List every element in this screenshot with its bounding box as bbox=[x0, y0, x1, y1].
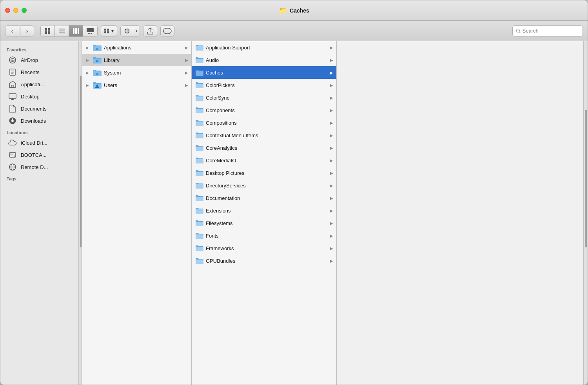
forward-button[interactable]: › bbox=[20, 25, 34, 36]
col-item-fonts[interactable]: Fonts ▶ bbox=[192, 229, 336, 242]
titlebar: 📁 Caches bbox=[0, 0, 588, 21]
tag-button[interactable] bbox=[160, 25, 174, 36]
downloads-icon bbox=[8, 116, 17, 125]
column-view-button[interactable] bbox=[69, 25, 83, 36]
col-item-desktop-pictures[interactable]: Desktop Pictures ▶ bbox=[192, 167, 336, 179]
library-expand-arrow: ▶ bbox=[86, 58, 89, 62]
close-button[interactable] bbox=[5, 8, 10, 13]
desktop-pictures-folder-icon bbox=[196, 170, 203, 176]
right-scrollbar-thumb[interactable] bbox=[585, 110, 587, 247]
desktop-label: Desktop bbox=[21, 94, 40, 100]
svg-rect-13 bbox=[104, 29, 106, 31]
col-item-audio[interactable]: Audio ▶ bbox=[192, 54, 336, 66]
sidebar-item-downloads[interactable]: Downloads bbox=[2, 115, 77, 127]
applications-item-label: Applications bbox=[104, 45, 131, 51]
sidebar-item-bootcamp[interactable]: BOOTCA... bbox=[2, 149, 77, 161]
sidebar-item-applications[interactable]: Applicati... bbox=[2, 78, 77, 90]
sidebar-item-recents[interactable]: Recents bbox=[2, 66, 77, 78]
documents-label: Documents bbox=[21, 106, 47, 112]
col-item-applications[interactable]: ▶ A Applications ▶ bbox=[82, 41, 191, 54]
col-item-colorpickers[interactable]: ColorPickers ▶ bbox=[192, 79, 336, 91]
sidebar-scrollbar-thumb[interactable] bbox=[80, 76, 82, 247]
desktop-pictures-label: Desktop Pictures bbox=[206, 170, 244, 176]
svg-rect-14 bbox=[107, 29, 109, 31]
library-item-label: Library bbox=[104, 57, 120, 63]
finder-window: 📁 Caches ‹ › bbox=[0, 0, 588, 385]
gallery-view-button[interactable] bbox=[83, 25, 97, 36]
group-by-button[interactable]: ▾ bbox=[101, 25, 117, 36]
minimize-button[interactable] bbox=[13, 8, 18, 13]
col-item-library[interactable]: ▶ 🏛 Library ▶ bbox=[82, 54, 191, 66]
favorites-label: Favorites bbox=[0, 44, 78, 54]
system-chevron: ▶ bbox=[185, 71, 188, 75]
sidebar-item-desktop[interactable]: Desktop bbox=[2, 91, 77, 102]
icon-view-button[interactable] bbox=[41, 25, 55, 36]
col-item-compositions[interactable]: Compositions ▶ bbox=[192, 116, 336, 129]
col-item-caches[interactable]: Caches ▶ bbox=[192, 66, 336, 79]
sidebar-item-documents[interactable]: Documents bbox=[2, 103, 77, 114]
sidebar-item-remote[interactable]: Remote D... bbox=[2, 161, 77, 173]
col-item-application-support[interactable]: Application Support ▶ bbox=[192, 41, 336, 54]
search-box[interactable] bbox=[512, 25, 583, 36]
col-item-colorsync[interactable]: ColorSync ▶ bbox=[192, 91, 336, 104]
system-expand-arrow: ▶ bbox=[86, 71, 89, 75]
svg-rect-12 bbox=[91, 33, 92, 34]
action-button[interactable]: ▾ bbox=[120, 25, 140, 36]
gear-dropdown-arrow[interactable]: ▾ bbox=[133, 26, 140, 36]
share-button[interactable] bbox=[143, 25, 157, 36]
search-input[interactable] bbox=[523, 28, 579, 34]
col-item-filesystems[interactable]: Filesystems ▶ bbox=[192, 217, 336, 229]
right-scrollbar[interactable] bbox=[584, 41, 588, 385]
extensions-folder-icon bbox=[196, 207, 203, 214]
coreanalytics-folder-icon bbox=[196, 145, 203, 151]
svg-text:X: X bbox=[96, 72, 98, 76]
extensions-chevron: ▶ bbox=[330, 209, 333, 213]
view-mode-buttons bbox=[40, 25, 98, 37]
drive-icon bbox=[8, 151, 17, 159]
gallery-icon bbox=[87, 28, 94, 34]
svg-rect-27 bbox=[9, 94, 16, 98]
col-item-contextual-menu-items[interactable]: Contextual Menu Items ▶ bbox=[192, 129, 336, 142]
share-icon bbox=[147, 27, 153, 35]
back-button[interactable]: ‹ bbox=[5, 25, 19, 36]
col-item-users[interactable]: ▶ Users ▶ bbox=[82, 79, 191, 91]
col-item-extensions[interactable]: Extensions ▶ bbox=[192, 204, 336, 217]
sidebar-scrollbar[interactable] bbox=[79, 41, 82, 385]
users-folder-icon bbox=[93, 82, 102, 89]
coremediaio-folder-icon bbox=[196, 157, 203, 163]
users-expand-arrow: ▶ bbox=[86, 83, 89, 87]
col-item-system[interactable]: ▶ X System ▶ bbox=[82, 66, 191, 79]
gpubundles-folder-icon bbox=[196, 258, 203, 264]
col-item-components[interactable]: Components ▶ bbox=[192, 104, 336, 116]
col-item-coremediaio[interactable]: CoreMediaIO ▶ bbox=[192, 154, 336, 167]
documents-icon bbox=[8, 104, 17, 113]
remote-label: Remote D... bbox=[21, 164, 48, 170]
colorpickers-folder-icon bbox=[196, 82, 203, 88]
fonts-chevron: ▶ bbox=[330, 234, 333, 238]
recents-icon bbox=[8, 68, 17, 76]
icloud-icon bbox=[8, 138, 17, 147]
window-title-text: Caches bbox=[290, 7, 309, 14]
downloads-label: Downloads bbox=[21, 118, 46, 124]
maximize-button[interactable] bbox=[22, 8, 27, 13]
list-view-button[interactable] bbox=[55, 25, 69, 36]
users-item-label: Users bbox=[104, 82, 117, 88]
airdrop-label: AirDrop bbox=[21, 57, 38, 63]
col-item-coreanalytics[interactable]: CoreAnalytics ▶ bbox=[192, 142, 336, 154]
fonts-folder-icon bbox=[196, 232, 203, 239]
applications-folder-icon: A bbox=[93, 44, 102, 51]
group-dropdown-arrow: ▾ bbox=[111, 28, 114, 34]
sidebar-item-airdrop[interactable]: AirDrop bbox=[2, 54, 77, 66]
audio-chevron: ▶ bbox=[330, 58, 333, 62]
svg-rect-16 bbox=[107, 31, 109, 33]
svg-rect-11 bbox=[88, 33, 90, 34]
columns-icon bbox=[73, 28, 79, 34]
col-item-documentation[interactable]: Documentation ▶ bbox=[192, 192, 336, 204]
col-item-frameworks[interactable]: Frameworks ▶ bbox=[192, 242, 336, 254]
column-library: Application Support ▶ Audio ▶ bbox=[192, 41, 337, 385]
col-item-gpubundles[interactable]: GPUBundles ▶ bbox=[192, 254, 336, 267]
directoryservices-folder-icon bbox=[196, 182, 203, 189]
col-item-directoryservices[interactable]: DirectoryServices ▶ bbox=[192, 179, 336, 192]
colorpickers-label: ColorPickers bbox=[206, 82, 235, 88]
sidebar-item-icloud[interactable]: iCloud Dri... bbox=[2, 137, 77, 149]
